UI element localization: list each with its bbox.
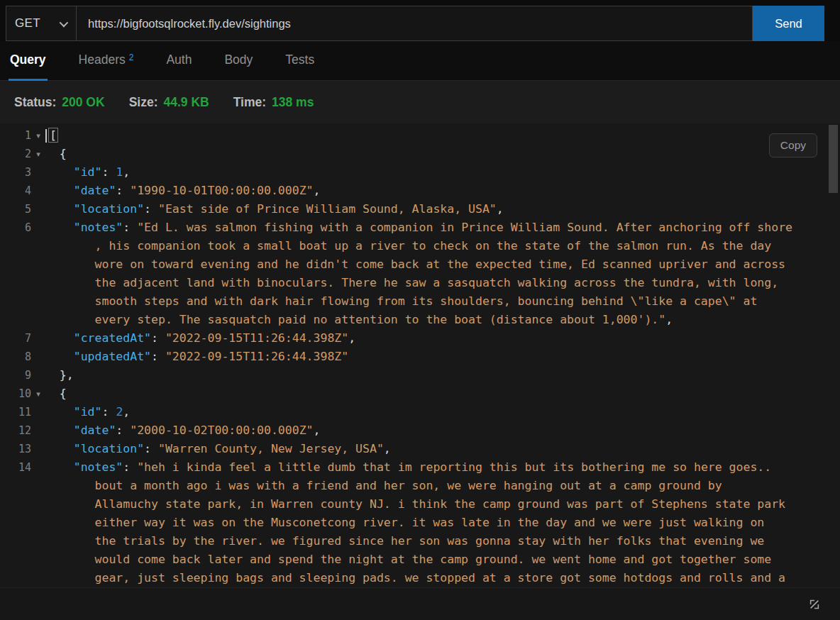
url-input[interactable]: [77, 6, 753, 41]
code-line: gear, just sleeping bags and sleeping pa…: [0, 569, 840, 587]
code-line: 13 "location": "Warren County, New Jerse…: [0, 440, 840, 458]
fold-gutter: [31, 329, 45, 348]
response-body[interactable]: 1▾[2▾ {3 "id": 1,4 "date": "1990-10-01T0…: [0, 123, 840, 587]
chevron-down-icon: [60, 18, 69, 27]
fold-gutter: [31, 440, 45, 458]
line-number: 3: [0, 163, 31, 182]
fold-gutter: [31, 550, 45, 569]
code-line: 11 "id": 2,: [0, 403, 840, 421]
tab-body[interactable]: Body: [223, 41, 254, 81]
line-number: [0, 255, 31, 274]
code-line: 2▾ {: [0, 145, 840, 163]
fold-gutter: [31, 569, 45, 587]
size-value: 44.9 KB: [163, 95, 209, 109]
line-number: 13: [0, 440, 31, 458]
line-number: 14: [0, 458, 31, 477]
method-value: GET: [15, 16, 40, 31]
fold-arrow-icon[interactable]: ▾: [31, 384, 45, 403]
vertical-scrollbar[interactable]: [829, 125, 838, 193]
response-time: Time:138 ms: [233, 95, 314, 110]
tab-query[interactable]: Query: [9, 41, 48, 81]
fold-gutter: [31, 218, 45, 237]
line-number: [0, 514, 31, 532]
code-line: 14 "notes": "heh i kinda feel a little d…: [0, 458, 840, 477]
fold-gutter: [31, 348, 45, 366]
code-line: , his companion took a small boat up a r…: [0, 237, 840, 255]
code-line: the adjacent land with binoculars. There…: [0, 274, 840, 292]
fold-gutter: [31, 274, 45, 292]
code-line: 8 "updatedAt": "2022-09-15T11:26:44.398Z…: [0, 348, 840, 366]
fold-gutter: [31, 477, 45, 495]
code-line: either way it was on the Musconetcong ri…: [0, 514, 840, 532]
line-number: 10: [0, 384, 31, 403]
code-line: would come back later and spend the nigh…: [0, 550, 840, 569]
fold-gutter: [31, 532, 45, 550]
line-number: 7: [0, 329, 31, 348]
tab-query-label: Query: [10, 52, 46, 67]
tab-tests-label: Tests: [285, 52, 314, 67]
status-code: Status:200 OK: [14, 95, 105, 110]
fold-gutter: [31, 495, 45, 514]
line-number: 4: [0, 182, 31, 200]
code-line: every step. The sasquatch paid no attent…: [0, 311, 840, 329]
fold-gutter: [31, 458, 45, 477]
fold-gutter: [31, 200, 45, 218]
code-line: 6 "notes": "Ed L. was salmon fishing wit…: [0, 218, 840, 237]
line-number: [0, 495, 31, 514]
response-footer: [0, 587, 840, 620]
send-button[interactable]: Send: [753, 6, 824, 41]
tab-headers[interactable]: Headers 2: [77, 41, 136, 81]
request-bar: GET Send: [0, 0, 840, 41]
code-line: the trials by the river. we figured sinc…: [0, 532, 840, 550]
fold-gutter: [31, 514, 45, 532]
fold-gutter: [31, 163, 45, 182]
line-number: [0, 532, 31, 550]
copy-button[interactable]: Copy: [769, 133, 817, 157]
code-line: 4 "date": "1990-10-01T00:00:00.000Z",: [0, 182, 840, 200]
tab-body-label: Body: [224, 52, 253, 67]
code-line: wore on toward evening and he didn't com…: [0, 255, 840, 274]
size-label: Size:: [129, 95, 158, 109]
code-line: bout a month ago i was with a friend and…: [0, 477, 840, 495]
fold-arrow-icon[interactable]: ▾: [31, 145, 45, 163]
fold-arrow-icon[interactable]: ▾: [31, 126, 45, 145]
tab-tests[interactable]: Tests: [284, 41, 316, 81]
fold-gutter: [31, 237, 45, 255]
resize-handle-icon[interactable]: [805, 594, 824, 614]
line-number: [0, 311, 31, 329]
line-number: 2: [0, 145, 31, 163]
line-number: [0, 292, 31, 311]
fold-gutter: [31, 255, 45, 274]
line-number: 5: [0, 200, 31, 218]
code-line: 9 },: [0, 366, 840, 384]
headers-count-badge: 2: [129, 52, 134, 62]
code-line: smooth steps and with dark hair flowing …: [0, 292, 840, 311]
tab-auth[interactable]: Auth: [165, 41, 193, 81]
code-line: 10▾ {: [0, 384, 840, 403]
time-value: 138 ms: [272, 95, 314, 109]
time-label: Time:: [233, 95, 266, 109]
fold-gutter: [31, 311, 45, 329]
response-status-bar: Status:200 OK Size:44.9 KB Time:138 ms: [0, 81, 840, 123]
code-line: Allamuchy state park, in Warren county N…: [0, 495, 840, 514]
line-number: 12: [0, 421, 31, 440]
line-number: [0, 477, 31, 495]
line-number: 6: [0, 218, 31, 237]
line-number: [0, 237, 31, 255]
line-number: [0, 274, 31, 292]
tab-auth-label: Auth: [166, 52, 192, 67]
fold-gutter: [31, 421, 45, 440]
line-number: 1: [0, 126, 31, 145]
request-tabs: Query Headers 2 Auth Body Tests: [0, 41, 840, 81]
tab-headers-label: Headers: [79, 52, 126, 67]
code-line: 7 "createdAt": "2022-09-15T11:26:44.398Z…: [0, 329, 840, 348]
fold-gutter: [31, 403, 45, 421]
line-number: 11: [0, 403, 31, 421]
response-code: 1▾[2▾ {3 "id": 1,4 "date": "1990-10-01T0…: [0, 126, 840, 587]
rest-client-window: GET Send Query Headers 2 Auth Body Tests…: [0, 0, 840, 620]
method-select[interactable]: GET: [6, 6, 77, 41]
text-cursor: [45, 129, 47, 143]
line-number: [0, 550, 31, 569]
fold-gutter: [31, 292, 45, 311]
status-value: 200 OK: [62, 95, 104, 109]
